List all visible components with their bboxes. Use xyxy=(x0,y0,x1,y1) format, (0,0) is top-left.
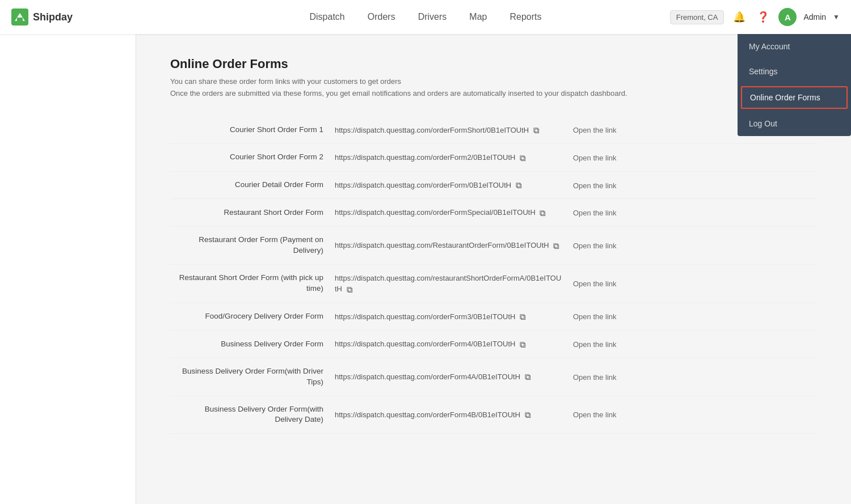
logo-icon xyxy=(11,9,28,26)
location-badge: Fremont, CA xyxy=(670,10,724,24)
form-url-6: https://dispatch.questtag.com/orderForm3… xyxy=(329,303,567,331)
dropdown-my-account[interactable]: My Account xyxy=(738,34,851,59)
header: Shipday Dispatch Orders Drivers Map Repo… xyxy=(0,0,851,34)
form-url-8: https://dispatch.questtag.com/orderForm4… xyxy=(329,358,567,396)
copy-icon-9[interactable]: ⧉ xyxy=(525,410,531,420)
page-title: Online Order Forms xyxy=(170,57,817,71)
description-line2: Once the orders are submitted via these … xyxy=(170,88,817,100)
copy-icon-6[interactable]: ⧉ xyxy=(520,312,526,322)
form-name-4: Restaurant Order Form (Payment on Delive… xyxy=(170,226,329,264)
form-name-8: Business Delivery Order Form(with Driver… xyxy=(170,358,329,396)
table-row: Courier Short Order Form 2 https://dispa… xyxy=(170,144,817,172)
url-text-6: https://dispatch.questtag.com/orderForm3… xyxy=(335,312,515,321)
form-url-5: https://dispatch.questtag.com/restaurant… xyxy=(329,264,567,303)
url-text-5: https://dispatch.questtag.com/restaurant… xyxy=(335,274,561,294)
form-name-3: Restaurant Short Order Form xyxy=(170,199,329,227)
open-link-6[interactable]: Open the link xyxy=(567,303,817,331)
admin-label[interactable]: Admin xyxy=(803,12,826,22)
copy-icon-1[interactable]: ⧉ xyxy=(520,153,526,163)
copy-icon-4[interactable]: ⧉ xyxy=(553,241,559,251)
nav-orders[interactable]: Orders xyxy=(368,12,395,22)
copy-icon-3[interactable]: ⧉ xyxy=(540,208,546,218)
form-url-4: https://dispatch.questtag.com/Restaurant… xyxy=(329,226,567,264)
form-name-7: Business Delivery Order Form xyxy=(170,331,329,358)
form-url-0: https://dispatch.questtag.com/orderFormS… xyxy=(329,117,567,144)
page-description: You can share these order form links wit… xyxy=(170,76,817,100)
table-row: Restaurant Order Form (Payment on Delive… xyxy=(170,226,817,264)
url-text-1: https://dispatch.questtag.com/orderForm2… xyxy=(335,153,515,162)
url-text-4: https://dispatch.questtag.com/Restaurant… xyxy=(335,241,549,249)
open-link-8[interactable]: Open the link xyxy=(567,358,817,396)
table-row: Business Delivery Order Form(with Delive… xyxy=(170,396,817,434)
url-text-9: https://dispatch.questtag.com/orderForm4… xyxy=(335,410,520,419)
copy-icon-7[interactable]: ⧉ xyxy=(520,340,526,350)
open-link-5[interactable]: Open the link xyxy=(567,264,817,303)
open-link-1[interactable]: Open the link xyxy=(567,144,817,172)
svg-rect-2 xyxy=(17,18,23,21)
form-url-2: https://dispatch.questtag.com/orderForm/… xyxy=(329,171,567,199)
open-link-4[interactable]: Open the link xyxy=(567,226,817,264)
table-row: Business Delivery Order Form(with Driver… xyxy=(170,358,817,396)
form-url-1: https://dispatch.questtag.com/orderForm2… xyxy=(329,144,567,172)
table-row: Business Delivery Order Form https://dis… xyxy=(170,331,817,358)
logo-area: Shipday xyxy=(11,9,73,26)
copy-icon-5[interactable]: ⧉ xyxy=(347,285,353,295)
copy-icon-8[interactable]: ⧉ xyxy=(525,372,531,382)
dropdown-log-out[interactable]: Log Out xyxy=(738,111,851,136)
nav-drivers[interactable]: Drivers xyxy=(418,12,447,22)
table-row: Food/Grocery Delivery Order Form https:/… xyxy=(170,303,817,331)
forms-table: Courier Short Order Form 1 https://dispa… xyxy=(170,117,817,434)
form-url-9: https://dispatch.questtag.com/orderForm4… xyxy=(329,396,567,434)
table-row: Courier Detail Order Form https://dispat… xyxy=(170,171,817,199)
dropdown-online-order-forms[interactable]: Online Order Forms xyxy=(741,86,848,109)
url-text-8: https://dispatch.questtag.com/orderForm4… xyxy=(335,372,520,381)
open-link-9[interactable]: Open the link xyxy=(567,396,817,434)
form-name-1: Courier Short Order Form 2 xyxy=(170,144,329,172)
form-name-9: Business Delivery Order Form(with Delive… xyxy=(170,396,329,434)
nav-map[interactable]: Map xyxy=(469,12,487,22)
dropdown-settings[interactable]: Settings xyxy=(738,59,851,84)
form-name-0: Courier Short Order Form 1 xyxy=(170,117,329,144)
account-dropdown: My Account Settings Online Order Forms L… xyxy=(738,34,851,136)
avatar[interactable]: A xyxy=(778,8,797,26)
open-link-3[interactable]: Open the link xyxy=(567,199,817,227)
notifications-button[interactable]: 🔔 xyxy=(731,9,748,26)
nav-reports[interactable]: Reports xyxy=(509,12,541,22)
description-line1: You can share these order form links wit… xyxy=(170,76,817,88)
help-button[interactable]: ❓ xyxy=(755,9,772,26)
form-url-3: https://dispatch.questtag.com/orderFormS… xyxy=(329,199,567,227)
sidebar xyxy=(0,34,136,504)
layout: Online Order Forms You can share these o… xyxy=(0,34,851,504)
logo-text: Shipday xyxy=(33,11,73,23)
copy-icon-2[interactable]: ⧉ xyxy=(516,180,522,190)
open-link-2[interactable]: Open the link xyxy=(567,171,817,199)
copy-icon-0[interactable]: ⧉ xyxy=(533,125,540,135)
table-row: Courier Short Order Form 1 https://dispa… xyxy=(170,117,817,144)
nav-dispatch[interactable]: Dispatch xyxy=(310,12,345,22)
table-row: Restaurant Short Order Form https://disp… xyxy=(170,199,817,227)
url-text-0: https://dispatch.questtag.com/orderFormS… xyxy=(335,126,529,134)
form-url-7: https://dispatch.questtag.com/orderForm4… xyxy=(329,331,567,358)
admin-caret-icon[interactable]: ▼ xyxy=(833,13,840,21)
form-name-5: Restaurant Short Order Form (with pick u… xyxy=(170,264,329,303)
url-text-3: https://dispatch.questtag.com/orderFormS… xyxy=(335,208,536,217)
open-link-7[interactable]: Open the link xyxy=(567,331,817,358)
form-name-6: Food/Grocery Delivery Order Form xyxy=(170,303,329,331)
form-name-2: Courier Detail Order Form xyxy=(170,171,329,199)
url-text-7: https://dispatch.questtag.com/orderForm4… xyxy=(335,340,515,348)
main-nav: Dispatch Orders Drivers Map Reports xyxy=(310,12,542,22)
header-right: Fremont, CA 🔔 ❓ A Admin ▼ xyxy=(670,8,840,26)
url-text-2: https://dispatch.questtag.com/orderForm/… xyxy=(335,181,511,189)
table-row: Restaurant Short Order Form (with pick u… xyxy=(170,264,817,303)
